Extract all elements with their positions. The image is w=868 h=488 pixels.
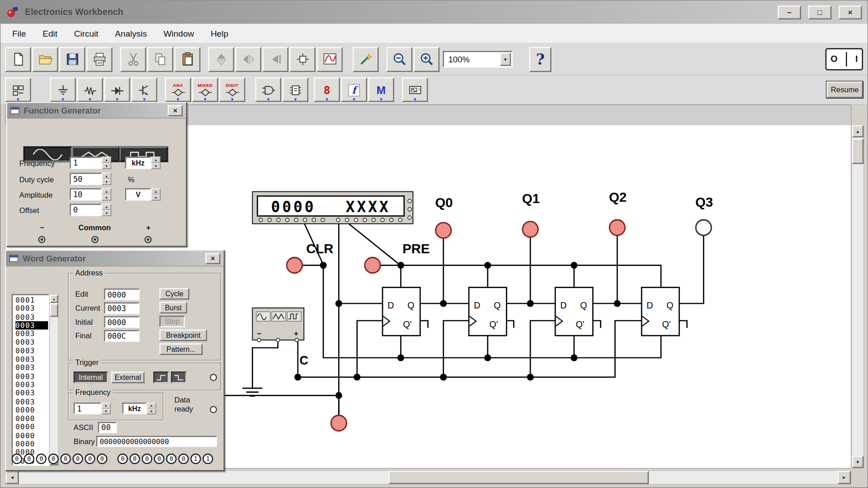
word-row[interactable]: 0003 (15, 313, 48, 321)
spinner-down-icon[interactable]: ▼ (102, 194, 111, 200)
function-generator-close-button[interactable]: × (168, 105, 183, 116)
spinner-down-icon[interactable]: ▼ (146, 408, 156, 414)
horizontal-scrollbar[interactable]: ◄ ► (5, 470, 851, 485)
wgen-frequency-unit-spinner[interactable]: ▲ ▼ (146, 403, 156, 414)
spinner-up-icon[interactable]: ▲ (102, 188, 111, 194)
common-terminal[interactable] (91, 236, 99, 243)
output-bit-terminal[interactable]: 0 (72, 454, 83, 464)
output-bit-terminal[interactable]: 0 (178, 454, 189, 464)
spinner-down-icon[interactable]: ▼ (101, 408, 111, 414)
maximize-button[interactable]: □ (808, 5, 831, 19)
close-button[interactable]: × (839, 5, 862, 19)
word-row[interactable]: 0000 (15, 431, 48, 440)
component-properties-button[interactable] (353, 47, 379, 71)
create-subcircuit-button[interactable] (289, 47, 316, 71)
spinner-down-icon[interactable]: ▼ (151, 163, 160, 169)
zoom-level-select[interactable]: 100% ▼ (443, 51, 513, 68)
word-row[interactable]: 0003 (15, 346, 48, 355)
word-row[interactable]: 0003 (15, 389, 48, 398)
word-row[interactable]: 0003 (15, 398, 48, 406)
word-row[interactable]: 0003 (15, 330, 48, 338)
titlebar[interactable]: Electronics Workbench – □ × (0, 0, 868, 24)
menu-item-analysis[interactable]: Analysis (107, 26, 155, 41)
spinner-down-icon[interactable]: ▼ (102, 163, 111, 169)
offset-input[interactable]: 0 (70, 204, 102, 216)
spinner-up-icon[interactable]: ▲ (146, 403, 156, 408)
pattern-button[interactable]: Pattern... (160, 343, 203, 355)
word-generator-close-button[interactable]: × (205, 253, 220, 264)
digital-parts-bin-button[interactable]: ▼ (282, 77, 308, 102)
spinner-up-icon[interactable]: ▲ (102, 173, 111, 179)
offset-spinner[interactable]: ▲ ▼ (102, 204, 111, 216)
word-row[interactable]: 0003 (15, 304, 48, 313)
wgen-frequency-spinner[interactable]: ▲ ▼ (101, 403, 111, 414)
word-row[interactable]: 0000 (15, 423, 48, 431)
word-row[interactable]: 0000 (15, 406, 48, 414)
current-address-input[interactable]: 0003 (104, 303, 139, 314)
minus-terminal[interactable] (38, 236, 45, 243)
zoom-out-button[interactable] (387, 47, 413, 71)
duty-cycle-input[interactable]: 50 (70, 173, 102, 185)
print-button[interactable] (86, 47, 113, 71)
trigger-rising-edge-button[interactable] (153, 372, 169, 384)
scroll-down-button[interactable]: ▼ (852, 456, 863, 468)
frequency-input[interactable]: 1 (70, 157, 102, 169)
ascii-input[interactable]: 00 (98, 422, 117, 433)
open-button[interactable] (32, 47, 58, 71)
vertical-scroll-thumb[interactable] (852, 138, 863, 164)
list-scroll-up-button[interactable]: ▲ (50, 294, 58, 303)
indicators-bin-button[interactable]: 8 ▼ (314, 77, 340, 102)
edit-address-input[interactable]: 0000 (104, 289, 139, 300)
scroll-up-button[interactable]: ▲ (852, 125, 863, 137)
spinner-down-icon[interactable]: ▼ (151, 194, 160, 200)
initial-address-input[interactable]: 0000 (104, 316, 139, 328)
trigger-internal-button[interactable]: Internal (74, 372, 108, 384)
menu-item-circuit[interactable]: Circuit (66, 26, 107, 41)
resume-button[interactable]: Resume (826, 81, 863, 98)
trigger-falling-edge-button[interactable] (171, 372, 186, 384)
output-bit-terminal[interactable]: 0 (166, 454, 176, 464)
paste-button[interactable] (175, 47, 201, 71)
copy-button[interactable] (147, 47, 174, 71)
flip-vertical-button[interactable] (208, 47, 234, 71)
output-bit-terminal[interactable]: 0 (24, 454, 34, 464)
amplitude-unit-spinner[interactable]: ▲ ▼ (151, 188, 160, 200)
word-row[interactable]: 0003 (15, 372, 48, 380)
scroll-right-button[interactable]: ► (838, 471, 851, 484)
menu-item-help[interactable]: Help (203, 26, 237, 41)
data-ready-indicator[interactable] (210, 406, 217, 413)
diodes-bin-button[interactable]: ▼ (104, 77, 130, 102)
custom-parts-bin-button[interactable]: ▼ (5, 77, 31, 102)
instruments-bin-button[interactable]: ▼ (402, 77, 428, 102)
spinner-up-icon[interactable]: ▲ (151, 157, 160, 163)
word-row[interactable]: 0003 (15, 380, 48, 389)
display-graphs-button[interactable] (316, 47, 343, 71)
vertical-scrollbar[interactable]: ▲ ▼ (851, 125, 864, 469)
output-bit-terminal[interactable]: 0 (154, 454, 164, 464)
function-generator-titlebar[interactable]: Function Generator × (7, 103, 186, 118)
output-bit-terminal[interactable]: 0 (12, 454, 22, 464)
zoom-in-button[interactable] (414, 47, 440, 71)
output-bit-terminal[interactable]: 0 (118, 454, 128, 464)
output-bit-terminal[interactable]: 1 (203, 454, 213, 464)
word-row[interactable]: 0003 (15, 355, 48, 364)
amplitude-spinner[interactable]: ▲ ▼ (102, 188, 111, 200)
output-bit-terminal[interactable]: 0 (48, 454, 59, 464)
wgen-frequency-unit-box[interactable]: kHz (123, 403, 147, 414)
menu-item-window[interactable]: Window (155, 26, 202, 41)
controls-bin-button[interactable]: f ▼ (341, 77, 367, 102)
list-scroll-thumb[interactable] (50, 303, 58, 317)
frequency-unit-spinner[interactable]: ▲ ▼ (151, 157, 160, 169)
final-address-input[interactable]: 000C (104, 330, 139, 342)
duty-cycle-spinner[interactable]: ▲ ▼ (102, 173, 111, 185)
amplitude-input[interactable]: 10 (70, 188, 102, 200)
sources-bin-button[interactable]: ▼ (50, 77, 76, 102)
word-row-selected[interactable]: 0003 (15, 321, 48, 330)
cycle-button[interactable]: Cycle (160, 288, 189, 300)
binary-input[interactable]: 0000000000000000 (96, 436, 217, 447)
output-bit-terminal[interactable]: 0 (85, 454, 95, 464)
minimize-button[interactable]: – (778, 5, 801, 19)
trigger-external-button[interactable]: External (111, 372, 144, 384)
power-switch[interactable]: O I (826, 48, 863, 71)
word-row[interactable]: 0003 (15, 338, 48, 347)
